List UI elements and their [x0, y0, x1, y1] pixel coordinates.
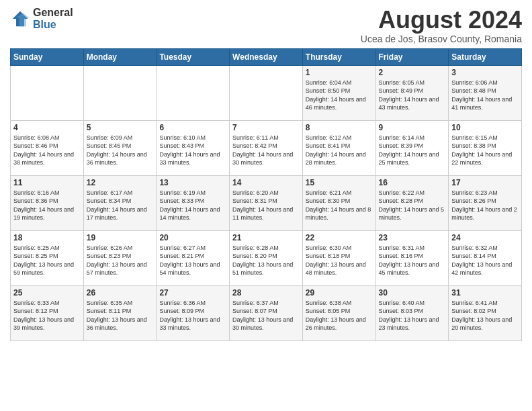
calendar-cell-0-0	[11, 65, 84, 120]
day-number: 15	[306, 178, 373, 187]
calendar-cell-3-0: 18Sunrise: 6:25 AM Sunset: 8:25 PM Dayli…	[11, 230, 84, 285]
calendar-week-1: 1Sunrise: 6:04 AM Sunset: 8:50 PM Daylig…	[11, 65, 522, 120]
calendar-cell-1-5: 9Sunrise: 6:14 AM Sunset: 8:39 PM Daylig…	[375, 120, 449, 175]
header-wednesday: Wednesday	[230, 48, 303, 65]
day-number: 27	[159, 288, 226, 298]
day-number: 30	[379, 288, 446, 298]
day-info: Sunrise: 6:27 AM Sunset: 8:21 PM Dayligh…	[159, 244, 226, 277]
day-number: 19	[87, 233, 154, 242]
day-info: Sunrise: 6:04 AM Sunset: 8:50 PM Dayligh…	[306, 79, 373, 112]
calendar-week-4: 18Sunrise: 6:25 AM Sunset: 8:25 PM Dayli…	[11, 230, 522, 285]
header-saturday: Saturday	[449, 48, 522, 65]
day-info: Sunrise: 6:20 AM Sunset: 8:31 PM Dayligh…	[232, 189, 300, 222]
day-number: 16	[379, 178, 446, 187]
calendar-week-2: 4Sunrise: 6:08 AM Sunset: 8:46 PM Daylig…	[11, 120, 522, 175]
day-info: Sunrise: 6:05 AM Sunset: 8:49 PM Dayligh…	[379, 79, 446, 112]
day-info: Sunrise: 6:11 AM Sunset: 8:42 PM Dayligh…	[232, 134, 300, 167]
month-title: August 2024	[361, 7, 522, 34]
calendar-cell-1-0: 4Sunrise: 6:08 AM Sunset: 8:46 PM Daylig…	[11, 120, 84, 175]
header-friday: Friday	[375, 48, 449, 65]
header: General Blue August 2024 Ucea de Jos, Br…	[10, 7, 522, 44]
day-info: Sunrise: 6:28 AM Sunset: 8:20 PM Dayligh…	[232, 244, 300, 277]
calendar-cell-4-2: 27Sunrise: 6:36 AM Sunset: 8:09 PM Dayli…	[157, 285, 230, 340]
day-number: 9	[379, 123, 446, 132]
day-info: Sunrise: 6:33 AM Sunset: 8:12 PM Dayligh…	[13, 299, 81, 332]
day-info: Sunrise: 6:10 AM Sunset: 8:43 PM Dayligh…	[159, 134, 226, 167]
calendar-cell-3-4: 22Sunrise: 6:30 AM Sunset: 8:18 PM Dayli…	[302, 230, 375, 285]
logo-general-text: General	[33, 7, 73, 19]
day-number: 29	[306, 288, 373, 298]
day-number: 20	[159, 233, 226, 242]
day-number: 26	[87, 288, 154, 298]
calendar-cell-1-1: 5Sunrise: 6:09 AM Sunset: 8:45 PM Daylig…	[83, 120, 157, 175]
calendar-cell-3-5: 23Sunrise: 6:31 AM Sunset: 8:16 PM Dayli…	[375, 230, 449, 285]
calendar-cell-4-3: 28Sunrise: 6:37 AM Sunset: 8:07 PM Dayli…	[230, 285, 303, 340]
day-info: Sunrise: 6:23 AM Sunset: 8:26 PM Dayligh…	[451, 189, 519, 222]
day-info: Sunrise: 6:16 AM Sunset: 8:36 PM Dayligh…	[13, 189, 81, 222]
logo: General Blue	[10, 7, 73, 30]
day-info: Sunrise: 6:30 AM Sunset: 8:18 PM Dayligh…	[306, 244, 373, 277]
calendar-cell-4-4: 29Sunrise: 6:38 AM Sunset: 8:05 PM Dayli…	[302, 285, 375, 340]
header-monday: Monday	[83, 48, 157, 65]
day-number: 12	[87, 178, 154, 187]
day-number: 28	[232, 288, 300, 298]
day-info: Sunrise: 6:19 AM Sunset: 8:33 PM Dayligh…	[159, 189, 226, 222]
calendar-cell-3-2: 20Sunrise: 6:27 AM Sunset: 8:21 PM Dayli…	[157, 230, 230, 285]
day-info: Sunrise: 6:31 AM Sunset: 8:16 PM Dayligh…	[379, 244, 446, 277]
location-subtitle: Ucea de Jos, Brasov County, Romania	[361, 34, 522, 44]
calendar-cell-3-1: 19Sunrise: 6:26 AM Sunset: 8:23 PM Dayli…	[83, 230, 157, 285]
day-info: Sunrise: 6:38 AM Sunset: 8:05 PM Dayligh…	[306, 299, 373, 332]
day-info: Sunrise: 6:06 AM Sunset: 8:48 PM Dayligh…	[451, 79, 519, 112]
calendar-cell-2-6: 17Sunrise: 6:23 AM Sunset: 8:26 PM Dayli…	[449, 175, 522, 230]
day-number: 25	[13, 288, 81, 298]
calendar-cell-2-4: 15Sunrise: 6:21 AM Sunset: 8:30 PM Dayli…	[302, 175, 375, 230]
day-number: 1	[306, 68, 373, 77]
day-number: 22	[306, 233, 373, 242]
day-info: Sunrise: 6:25 AM Sunset: 8:25 PM Dayligh…	[13, 244, 81, 277]
day-info: Sunrise: 6:32 AM Sunset: 8:14 PM Dayligh…	[451, 244, 519, 277]
calendar-cell-2-3: 14Sunrise: 6:20 AM Sunset: 8:31 PM Dayli…	[230, 175, 303, 230]
calendar-table: Sunday Monday Tuesday Wednesday Thursday…	[10, 48, 522, 341]
calendar-cell-3-6: 24Sunrise: 6:32 AM Sunset: 8:14 PM Dayli…	[449, 230, 522, 285]
logo-blue-text: Blue	[33, 19, 73, 31]
calendar-cell-0-3	[230, 65, 303, 120]
calendar-cell-0-5: 2Sunrise: 6:05 AM Sunset: 8:49 PM Daylig…	[375, 65, 449, 120]
day-info: Sunrise: 6:35 AM Sunset: 8:11 PM Dayligh…	[87, 299, 154, 332]
day-info: Sunrise: 6:26 AM Sunset: 8:23 PM Dayligh…	[87, 244, 154, 277]
day-number: 31	[451, 288, 519, 298]
header-sunday: Sunday	[11, 48, 84, 65]
day-number: 8	[306, 123, 373, 132]
day-info: Sunrise: 6:22 AM Sunset: 8:28 PM Dayligh…	[379, 189, 446, 222]
day-info: Sunrise: 6:15 AM Sunset: 8:38 PM Dayligh…	[451, 134, 519, 167]
day-number: 21	[232, 233, 300, 242]
day-info: Sunrise: 6:08 AM Sunset: 8:46 PM Dayligh…	[13, 134, 81, 167]
day-number: 5	[87, 123, 154, 132]
calendar-cell-4-5: 30Sunrise: 6:40 AM Sunset: 8:03 PM Dayli…	[375, 285, 449, 340]
calendar-cell-1-3: 7Sunrise: 6:11 AM Sunset: 8:42 PM Daylig…	[230, 120, 303, 175]
calendar-cell-3-3: 21Sunrise: 6:28 AM Sunset: 8:20 PM Dayli…	[230, 230, 303, 285]
logo-text: General Blue	[33, 7, 73, 30]
day-number: 11	[13, 178, 81, 187]
day-number: 24	[451, 233, 519, 242]
day-number: 18	[13, 233, 81, 242]
day-info: Sunrise: 6:36 AM Sunset: 8:09 PM Dayligh…	[159, 299, 226, 332]
day-number: 7	[232, 123, 300, 132]
day-info: Sunrise: 6:21 AM Sunset: 8:30 PM Dayligh…	[306, 189, 373, 222]
day-info: Sunrise: 6:40 AM Sunset: 8:03 PM Dayligh…	[379, 299, 446, 332]
calendar-cell-2-2: 13Sunrise: 6:19 AM Sunset: 8:33 PM Dayli…	[157, 175, 230, 230]
calendar-cell-4-0: 25Sunrise: 6:33 AM Sunset: 8:12 PM Dayli…	[11, 285, 84, 340]
calendar-cell-0-2	[157, 65, 230, 120]
day-info: Sunrise: 6:14 AM Sunset: 8:39 PM Dayligh…	[379, 134, 446, 167]
title-section: August 2024 Ucea de Jos, Brasov County, …	[361, 7, 522, 44]
calendar-cell-2-1: 12Sunrise: 6:17 AM Sunset: 8:34 PM Dayli…	[83, 175, 157, 230]
header-thursday: Thursday	[302, 48, 375, 65]
calendar-cell-0-4: 1Sunrise: 6:04 AM Sunset: 8:50 PM Daylig…	[302, 65, 375, 120]
calendar-week-5: 25Sunrise: 6:33 AM Sunset: 8:12 PM Dayli…	[11, 285, 522, 340]
day-number: 23	[379, 233, 446, 242]
day-number: 14	[232, 178, 300, 187]
day-info: Sunrise: 6:41 AM Sunset: 8:02 PM Dayligh…	[451, 299, 519, 332]
calendar-cell-2-0: 11Sunrise: 6:16 AM Sunset: 8:36 PM Dayli…	[11, 175, 84, 230]
day-number: 3	[451, 68, 519, 77]
day-number: 13	[159, 178, 226, 187]
day-info: Sunrise: 6:37 AM Sunset: 8:07 PM Dayligh…	[232, 299, 300, 332]
